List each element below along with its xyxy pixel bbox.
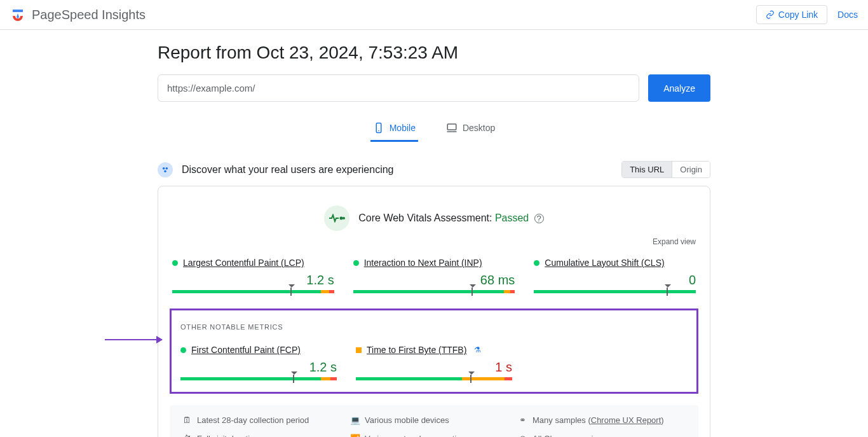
other-metrics-grid: First Contentful Paint (FCP) 1.2 s Time … — [180, 345, 688, 380]
vitals-card: Core Web Vitals Assessment: Passed ? Exp… — [158, 186, 710, 437]
metric-fcp-value: 1.2 s — [180, 360, 337, 375]
tab-mobile[interactable]: Mobile — [370, 116, 418, 142]
metric-lcp-bar — [172, 290, 334, 293]
metric-cls: Cumulative Layout Shift (CLS) 0 — [534, 258, 696, 293]
samples-icon: ⚭ — [518, 415, 527, 425]
brand-title: PageSpeed Insights — [32, 8, 146, 22]
metric-inp: Interaction to Next Paint (INP) 68 ms — [353, 258, 515, 293]
url-input[interactable] — [158, 74, 639, 102]
devices-icon: 💻 — [350, 415, 360, 425]
info-samples: ⚭ Many samples (Chrome UX Report) — [518, 415, 686, 425]
pagespeed-logo-icon — [10, 7, 25, 22]
users-icon — [158, 162, 173, 177]
info-devices-text: Various mobile devices — [365, 415, 449, 425]
mobile-icon — [373, 122, 384, 134]
metric-fcp-bar — [180, 377, 337, 380]
expand-view-link[interactable]: Expand view — [170, 237, 698, 246]
experimental-flask-icon: ⚗ — [474, 345, 481, 354]
svg-rect-2 — [447, 124, 456, 130]
metric-fcp-name[interactable]: First Contentful Paint (FCP) — [191, 345, 301, 355]
report-title: Report from Oct 23, 2024, 7:53:23 AM — [158, 43, 710, 63]
metric-inp-value: 68 ms — [353, 273, 515, 288]
other-metrics-label: OTHER NOTABLE METRICS — [180, 323, 688, 331]
annotation-arrow-icon — [105, 339, 162, 340]
metric-lcp-value: 1.2 s — [172, 273, 334, 288]
cwv-header: Core Web Vitals Assessment: Passed ? — [170, 205, 698, 231]
metric-lcp-name[interactable]: Largest Contentful Paint (LCP) — [183, 258, 304, 268]
docs-link[interactable]: Docs — [837, 10, 858, 20]
metric-ttfb-bar — [356, 377, 512, 380]
metric-inp-name[interactable]: Interaction to Next Paint (INP) — [364, 258, 482, 268]
vitals-pulse-icon — [324, 205, 349, 231]
info-period-text: Latest 28-day collection period — [197, 415, 309, 425]
metric-ttfb: Time to First Byte (TTFB) ⚗ 1 s — [356, 345, 512, 380]
status-dot-icon — [534, 260, 539, 266]
tab-desktop-label: Desktop — [463, 123, 495, 133]
metric-ttfb-name[interactable]: Time to First Byte (TTFB) — [367, 345, 466, 355]
analyze-button[interactable]: Analyze — [648, 74, 710, 102]
metric-cls-value: 0 — [534, 273, 696, 288]
status-dot-icon — [353, 260, 359, 266]
metric-fcp: First Contentful Paint (FCP) 1.2 s — [180, 345, 337, 380]
info-duration-text: Full visit durations — [197, 434, 263, 437]
status-square-icon — [356, 347, 362, 353]
metric-cls-name[interactable]: Cumulative Layout Shift (CLS) — [545, 258, 664, 268]
metric-cls-bar — [534, 290, 696, 293]
toggle-origin[interactable]: Origin — [672, 162, 710, 177]
section-left: Discover what your real users are experi… — [158, 162, 393, 177]
tab-desktop[interactable]: Desktop — [444, 116, 498, 142]
svg-point-6 — [164, 170, 166, 172]
header-left: PageSpeed Insights — [10, 7, 146, 22]
url-row: Analyze — [158, 74, 710, 102]
status-dot-icon — [180, 347, 186, 353]
cwv-label: Core Web Vitals Assessment: — [358, 212, 492, 223]
section-header: Discover what your real users are experi… — [158, 161, 710, 178]
info-network-text: Various network connections — [365, 434, 470, 437]
desktop-icon — [446, 122, 458, 134]
svg-point-7 — [341, 218, 342, 219]
link-icon — [766, 10, 775, 19]
tab-mobile-label: Mobile — [390, 123, 416, 133]
svg-point-4 — [163, 167, 165, 169]
metric-lcp: Largest Contentful Paint (LCP) 1.2 s — [172, 258, 334, 293]
header-right: Copy Link Docs — [756, 5, 858, 24]
other-metrics-highlight: OTHER NOTABLE METRICS First Contentful P… — [170, 309, 698, 394]
chrome-icon: ◉ — [518, 434, 527, 437]
cwv-text: Core Web Vitals Assessment: Passed ? — [358, 212, 543, 224]
copy-link-button[interactable]: Copy Link — [756, 5, 827, 24]
cwv-status: Passed — [495, 212, 529, 223]
section-title: Discover what your real users are experi… — [182, 164, 393, 176]
toggle-this-url[interactable]: This URL — [622, 162, 672, 177]
core-metrics-grid: Largest Contentful Paint (LCP) 1.2 s Int… — [170, 258, 698, 293]
info-versions-text: All Chrome versions — [532, 434, 606, 437]
status-dot-icon — [172, 260, 178, 266]
device-tabs: Mobile Desktop — [158, 116, 710, 142]
info-network: 📶 Various network connections — [350, 434, 518, 437]
metric-inp-bar — [353, 290, 515, 293]
copy-link-label: Copy Link — [778, 10, 818, 20]
calendar-icon: 🗓 — [182, 415, 192, 425]
info-duration: ⏱ Full visit durations — [182, 434, 350, 437]
info-versions: ◉ All Chrome versions — [518, 434, 686, 437]
help-icon[interactable]: ? — [534, 214, 544, 223]
scope-toggle: This URL Origin — [621, 161, 710, 178]
collection-info: 🗓 Latest 28-day collection period 💻 Vari… — [170, 405, 698, 437]
crux-link[interactable]: Chrome UX Report — [591, 415, 661, 425]
info-samples-text: Many samples (Chrome UX Report) — [532, 415, 664, 425]
svg-point-5 — [166, 167, 168, 169]
svg-point-8 — [343, 218, 344, 219]
metric-ttfb-value: 1 s — [356, 360, 512, 375]
info-devices: 💻 Various mobile devices — [350, 415, 518, 425]
app-header: PageSpeed Insights Copy Link Docs — [0, 0, 868, 30]
wifi-icon: 📶 — [350, 434, 360, 437]
timer-icon: ⏱ — [182, 434, 192, 437]
info-period: 🗓 Latest 28-day collection period — [182, 415, 350, 425]
main-container: Report from Oct 23, 2024, 7:53:23 AM Ana… — [158, 30, 710, 437]
